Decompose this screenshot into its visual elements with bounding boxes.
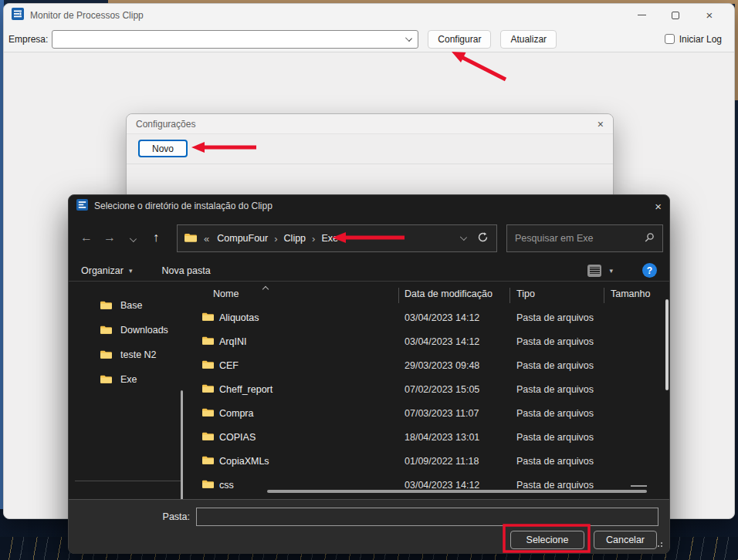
search-box[interactable]	[506, 224, 663, 252]
file-date: 07/02/2023 15:05	[405, 384, 479, 395]
pasta-label: Pasta:	[69, 511, 190, 522]
list-horizontal-scrollbar[interactable]	[267, 490, 647, 493]
up-icon[interactable]: ↑	[144, 231, 168, 245]
minimize-button[interactable]	[625, 5, 658, 26]
maximize-icon	[672, 12, 679, 19]
table-row[interactable]: Compra 07/03/2023 11:07 Pasta de arquivo…	[195, 402, 669, 426]
dialog-close-button[interactable]: ×	[642, 200, 662, 213]
dialog-toolbar: Organizar ▾ Nova pasta ▾ ?	[69, 260, 669, 282]
breadcrumb-item-compufour[interactable]: CompuFour	[214, 233, 271, 244]
sidebar-item-base[interactable]: Base	[69, 295, 186, 318]
breadcrumb-item-exe[interactable]: Exe	[318, 233, 341, 244]
scrollbar-end-dash	[631, 485, 647, 487]
cancelar-button[interactable]: Cancelar	[594, 531, 657, 549]
recent-locations-icon[interactable]	[121, 231, 144, 245]
organizar-menu[interactable]: Organizar ▾	[81, 265, 132, 276]
folder-icon	[184, 232, 198, 245]
file-type: Pasta de arquivos	[516, 384, 594, 395]
column-header-nome[interactable]: Nome	[213, 288, 239, 299]
folder-icon	[100, 349, 113, 362]
dialog-footer: Pasta: Selecione Cancelar	[69, 499, 669, 554]
table-row[interactable]: ArqINI 03/04/2023 14:12 Pasta de arquivo…	[195, 330, 669, 354]
file-name: COPIAS	[219, 432, 256, 443]
sidebar-scrollbar[interactable]	[181, 390, 183, 499]
forward-icon[interactable]: →	[98, 231, 121, 245]
breadcrumb-item-clipp[interactable]: Clipp	[281, 233, 310, 244]
nova-pasta-button[interactable]: Nova pasta	[161, 265, 210, 276]
novo-button[interactable]: Novo	[138, 140, 188, 157]
sidebar-item-exe[interactable]: Exe	[69, 369, 186, 392]
back-icon[interactable]: ←	[75, 231, 98, 245]
folder-icon	[100, 374, 113, 386]
table-row[interactable]: COPIAS 18/04/2023 13:01 Pasta de arquivo…	[195, 426, 669, 450]
empresa-label: Empresa:	[8, 34, 48, 45]
sidebar-item-label: Exe	[120, 374, 137, 385]
column-header-data[interactable]: Data de modificação	[405, 288, 493, 299]
close-icon: ×	[655, 200, 662, 213]
column-divider[interactable]	[398, 288, 399, 303]
close-icon: ×	[706, 9, 713, 21]
folder-icon	[201, 455, 215, 467]
search-input[interactable]	[515, 233, 644, 244]
empresa-input[interactable]	[52, 31, 418, 48]
close-icon: ×	[598, 118, 604, 130]
file-type: Pasta de arquivos	[516, 336, 594, 347]
file-date: 07/03/2023 11:07	[405, 408, 479, 419]
divider	[127, 164, 613, 164]
column-header-tamanho[interactable]: Tamanho	[611, 288, 650, 299]
search-icon[interactable]	[644, 232, 655, 245]
pasta-input[interactable]	[196, 508, 658, 526]
selecione-button[interactable]: Selecione	[510, 531, 584, 549]
desktop-wallpaper-right	[735, 0, 738, 100]
folder-icon	[100, 325, 113, 337]
column-header-tipo[interactable]: Tipo	[516, 288, 535, 299]
select-directory-dialog: Selecione o diretório de instalação do C…	[68, 194, 670, 554]
column-divider[interactable]	[509, 288, 510, 303]
folder-icon	[201, 312, 215, 324]
address-bar[interactable]: « CompuFour › Clipp › Exe	[177, 224, 497, 252]
refresh-icon[interactable]	[477, 231, 489, 245]
file-type: Pasta de arquivos	[516, 408, 594, 419]
file-name: CEF	[219, 360, 239, 371]
column-divider[interactable]	[604, 288, 604, 303]
table-row[interactable]: Cheff_report 07/02/2023 15:05 Pasta de a…	[195, 378, 669, 402]
atualizar-button[interactable]: Atualizar	[500, 30, 557, 49]
sidebar-item-teste-n2[interactable]: teste N2	[69, 344, 186, 367]
dialog-title: Selecione o diretório de instalação do C…	[94, 201, 273, 211]
address-dropdown-icon[interactable]	[460, 234, 467, 241]
dialog-titlebar[interactable]: Selecione o diretório de instalação do C…	[69, 195, 669, 217]
window-title: Monitor de Processos Clipp	[30, 10, 144, 21]
resize-grip-icon[interactable]	[656, 541, 662, 547]
view-details-icon[interactable]	[587, 265, 601, 277]
configuracoes-titlebar[interactable]: Configurações ×	[127, 114, 613, 134]
sidebar-item-downloads[interactable]: Downloads	[69, 319, 186, 342]
chevron-down-icon: ▾	[129, 267, 133, 275]
table-row[interactable]: Aliquotas 03/04/2023 14:12 Pasta de arqu…	[195, 306, 669, 330]
file-name: CopiaXMLs	[219, 456, 269, 467]
monitor-titlebar[interactable]: Monitor de Processos Clipp ×	[4, 4, 734, 26]
file-date: 03/04/2023 14:12	[405, 336, 479, 347]
table-row[interactable]: CopiaXMLs 01/09/2022 11:18 Pasta de arqu…	[195, 450, 669, 474]
table-row[interactable]: CEF 29/03/2023 09:48 Pasta de arquivos	[195, 354, 669, 378]
file-date: 18/04/2023 13:01	[405, 432, 479, 443]
app-icon	[12, 8, 24, 23]
help-button[interactable]: ?	[642, 263, 657, 278]
folder-icon	[201, 431, 215, 444]
view-dropdown-icon[interactable]: ▾	[609, 267, 613, 275]
configuracoes-close-button[interactable]: ×	[581, 118, 604, 130]
empresa-combobox[interactable]	[52, 30, 418, 49]
file-type: Pasta de arquivos	[516, 360, 594, 371]
file-name: Compra	[219, 408, 253, 419]
file-type: Pasta de arquivos	[516, 432, 594, 443]
navigation-pane: Base Downloads teste N2 Exe	[69, 282, 195, 499]
iniciar-log-checkbox[interactable]	[665, 34, 675, 44]
file-type: Pasta de arquivos	[516, 480, 594, 491]
minimize-icon	[638, 15, 646, 15]
maximize-button[interactable]	[658, 5, 692, 26]
breadcrumb-overflow-icon[interactable]: «	[204, 233, 209, 245]
configurar-button[interactable]: Configurar	[428, 30, 491, 49]
file-name: Cheff_report	[219, 384, 273, 395]
list-vertical-scrollbar[interactable]	[665, 299, 669, 390]
table-row[interactable]: css 03/04/2023 14:12 Pasta de arquivos	[195, 474, 669, 498]
close-button[interactable]: ×	[692, 5, 726, 26]
